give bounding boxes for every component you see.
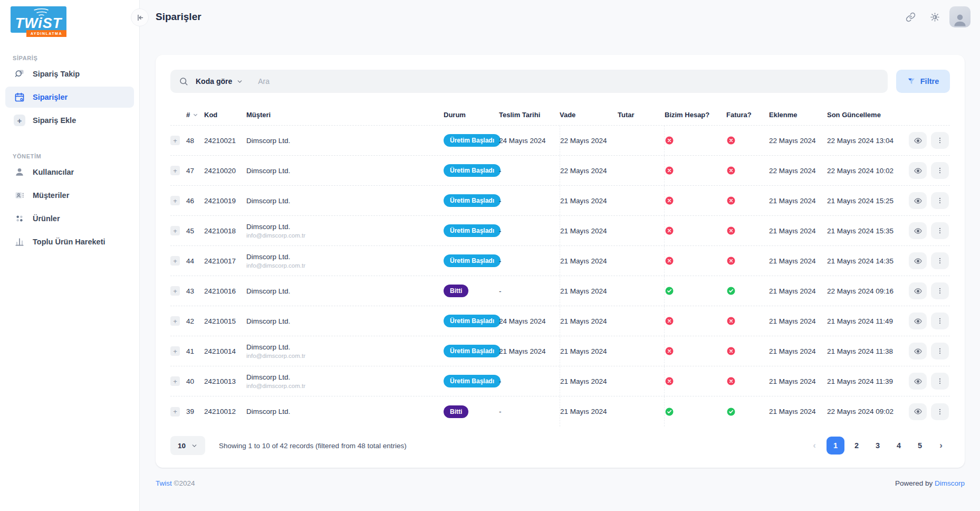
table-header: # Kod Müşteri Durum Teslim Tarihi Vade T… — [170, 106, 950, 126]
row-menu-button[interactable] — [931, 252, 949, 269]
sidebar-collapse-button[interactable] — [131, 8, 149, 26]
status-badge: Üretim Başladı — [444, 345, 501, 357]
row-expand-button[interactable]: + — [170, 316, 180, 326]
row-view-button[interactable] — [909, 282, 927, 299]
arrow-left-to-line-icon — [136, 13, 145, 22]
sidebar-item-siparis-takip[interactable]: Sipariş Takip — [5, 63, 134, 84]
eye-icon — [914, 347, 922, 355]
row-expand-button[interactable]: + — [170, 407, 180, 417]
row-menu-button[interactable] — [931, 282, 949, 299]
status-badge: Bitti — [444, 405, 468, 418]
pagination-page-5[interactable]: 5 — [911, 437, 929, 455]
row-menu-button[interactable] — [931, 373, 949, 390]
th-id[interactable]: # — [186, 106, 204, 125]
row-kod: 24210018 — [204, 216, 246, 245]
row-teslim-tarihi: - — [499, 276, 560, 306]
kebab-menu-icon — [936, 317, 944, 325]
table-row: + 43 24210016 Dimscorp Ltd. Bitti - 21 M… — [170, 276, 950, 306]
row-tutar — [618, 126, 665, 155]
row-view-button[interactable] — [909, 192, 927, 209]
row-view-button[interactable] — [909, 373, 927, 390]
sidebar-item-siparisler[interactable]: Siparişler — [5, 87, 134, 108]
pagination-page-2[interactable]: 2 — [848, 437, 866, 455]
bulk-movement-icon — [14, 236, 25, 248]
fatura-icon — [726, 136, 736, 145]
powered-by-brand-link[interactable]: Dimscorp — [935, 479, 965, 487]
row-view-button[interactable] — [909, 222, 927, 239]
row-kod: 24210013 — [204, 366, 246, 396]
row-kod: 24210020 — [204, 156, 246, 185]
sidebar: TWiST AYDINLATMA SİPARİŞ Sipariş Takip S… — [0, 0, 140, 511]
row-menu-button[interactable] — [931, 192, 949, 209]
row-expand-button[interactable]: + — [170, 346, 180, 356]
row-teslim-tarihi: 24 Mayıs 2024 — [499, 126, 560, 155]
row-kod: 24210015 — [204, 306, 246, 336]
row-customer-email: info@dimscorp.com.tr — [246, 353, 305, 359]
share-link-button[interactable] — [901, 7, 920, 26]
sidebar-item-musteriler[interactable]: Müşteriler — [5, 185, 134, 206]
bizim-hesap-icon — [665, 196, 674, 205]
kebab-menu-icon — [936, 377, 944, 385]
row-view-button[interactable] — [909, 313, 927, 329]
search-category-dropdown[interactable]: Koda göre — [196, 77, 243, 86]
footer-brand-link[interactable]: Twist — [156, 479, 172, 487]
row-view-button[interactable] — [909, 343, 927, 359]
kebab-menu-icon — [936, 257, 944, 264]
row-view-button[interactable] — [909, 162, 927, 179]
row-guncelleme: 22 Mayıs 2024 13:04 — [827, 126, 908, 155]
th-actions — [908, 106, 950, 125]
page-size-select[interactable]: 10 — [170, 436, 205, 455]
app-logo[interactable]: TWiST AYDINLATMA — [11, 6, 66, 37]
theme-sun-icon — [930, 12, 940, 22]
th-musteri: Müşteri — [246, 106, 444, 125]
row-menu-button[interactable] — [931, 132, 949, 149]
bizim-hesap-icon — [665, 316, 674, 326]
row-vade: 22 Mayıs 2024 — [560, 156, 618, 185]
row-expand-button[interactable]: + — [170, 196, 180, 205]
bizim-hesap-icon — [665, 226, 674, 235]
row-expand-button[interactable]: + — [170, 286, 180, 296]
row-expand-button[interactable]: + — [170, 256, 180, 266]
row-expand-button[interactable]: + — [170, 226, 180, 235]
row-menu-button[interactable] — [931, 162, 949, 179]
pagination-page-1[interactable]: 1 — [827, 437, 844, 455]
sidebar-item-siparis-ekle[interactable]: + Sipariş Ekle — [5, 110, 134, 131]
row-teslim-tarihi: - — [499, 186, 560, 215]
row-expand-button[interactable]: + — [170, 166, 180, 175]
row-customer-email: info@dimscorp.com.tr — [246, 262, 305, 269]
pagination-prev-button[interactable]: ‹ — [805, 437, 823, 455]
row-menu-button[interactable] — [931, 343, 949, 359]
row-view-button[interactable] — [909, 252, 927, 269]
row-view-button[interactable] — [909, 403, 927, 420]
row-expand-button[interactable]: + — [170, 136, 180, 145]
row-customer: Dimscorp Ltd. — [246, 373, 305, 381]
main-area: Siparişler Koda göre — [140, 0, 980, 487]
fatura-icon — [726, 286, 736, 296]
status-badge: Üretim Başladı — [444, 194, 501, 207]
row-guncelleme: 21 Mayıs 2024 11:49 — [827, 306, 908, 336]
filter-button[interactable]: Filtre — [896, 70, 950, 93]
row-menu-button[interactable] — [931, 222, 949, 239]
row-menu-button[interactable] — [931, 313, 949, 329]
row-id: 39 — [186, 396, 204, 427]
user-avatar[interactable] — [949, 6, 971, 27]
row-menu-button[interactable] — [931, 403, 949, 420]
search-input[interactable] — [251, 77, 879, 86]
row-id: 41 — [186, 336, 204, 366]
pagination-next-button[interactable]: › — [932, 437, 950, 455]
sidebar-item-urunler[interactable]: Ürünler — [5, 208, 134, 229]
theme-toggle-button[interactable] — [925, 7, 944, 26]
sidebar-item-kullanicilar[interactable]: Kullanıcılar — [5, 162, 134, 183]
sidebar-item-toplu-urun-hareketi[interactable]: Toplu Ürün Hareketi — [5, 231, 134, 252]
pagination-page-3[interactable]: 3 — [869, 437, 887, 455]
row-vade: 21 Mayıs 2024 — [560, 276, 618, 306]
row-id: 44 — [186, 246, 204, 276]
logo-text: TWiST — [15, 16, 62, 31]
pagination-page-4[interactable]: 4 — [890, 437, 908, 455]
row-view-button[interactable] — [909, 132, 927, 149]
records-summary: Showing 1 to 10 of 42 records (filtered … — [219, 442, 407, 450]
kebab-menu-icon — [936, 347, 944, 355]
fatura-icon — [726, 166, 736, 175]
row-expand-button[interactable]: + — [170, 376, 180, 386]
table-row: + 39 24210012 Dimscorp Ltd. Bitti - 21 M… — [170, 396, 950, 427]
